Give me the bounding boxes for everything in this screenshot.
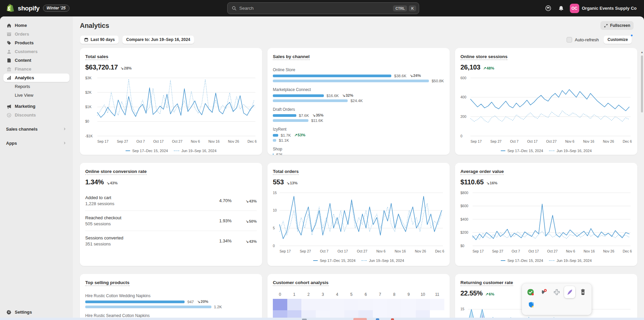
cohort-cell[interactable] (358, 299, 373, 310)
metric-row: 1.34%↘43% (85, 178, 257, 186)
delta-badge: ↘43% (106, 181, 117, 185)
sidebar-item-content[interactable]: Content (3, 56, 69, 64)
x-axis-labels: Sep 17Sep 27Oct 7Oct 17Oct 27Nov 6Nov 16… (280, 249, 444, 253)
card-title-sales-by-channel[interactable]: Sales by channel (273, 54, 310, 60)
bar-label: Marketplace Connect (273, 87, 444, 92)
search-input[interactable]: Search CTRL K (227, 2, 419, 14)
sidebar-item-customers[interactable]: Customers (3, 47, 69, 56)
tray-defender-shield-icon[interactable] (525, 299, 537, 311)
card-title-cohort[interactable]: Customer cohort analysis (273, 280, 329, 286)
cohort-cell[interactable] (430, 299, 444, 310)
metric-value: 1.34% (85, 178, 104, 186)
line-chart: $3K$2K$1K$0-$1K (85, 75, 257, 137)
shopify-logo[interactable]: shopify Winter '25 (6, 0, 69, 16)
sidebar-item-finance[interactable]: Finance (3, 65, 69, 73)
compare-to-button[interactable]: Compare to: Jun 19–Sep 16, 2024 (122, 35, 194, 44)
shortcut-k-key: K (409, 5, 416, 11)
taskbar-icon[interactable] (376, 318, 379, 320)
cohort-cell[interactable] (287, 299, 302, 310)
sidebar-section-sales-channels[interactable]: Sales channels (3, 125, 69, 133)
sidebar-item-discounts[interactable]: Discounts (3, 111, 69, 119)
tray-trash-icon[interactable] (577, 286, 588, 298)
taskbar-sliver[interactable] (0, 318, 644, 320)
taskbar-icon[interactable] (391, 318, 394, 320)
card-title-online-store-sessions[interactable]: Online store sessions (460, 54, 507, 60)
tray-clover-icon[interactable] (551, 286, 562, 298)
fullscreen-icon (604, 24, 608, 28)
bar-label: Hire Rustic Seamed Cotton Napkins (85, 313, 257, 318)
bar-group-izyrent: IzyRent$1.7K↗53%$1.1K (273, 127, 444, 142)
funnel-row-reached-checkout[interactable]: Reached checkout505 sessions1.93%↘50% (85, 211, 257, 231)
x-axis-tick: Oct 7 (512, 249, 520, 253)
sidebar-item-analytics[interactable]: Analytics (3, 74, 69, 82)
card-sales-by-channel: Sales by channelOnline Store$38.6K↘24%$5… (267, 48, 450, 155)
fullscreen-button[interactable]: Fullscreen (600, 21, 634, 30)
x-axis-labels: Sep 17Sep 27Oct 7Oct 17Oct 27Nov 6Nov 16… (97, 139, 257, 143)
card-title-average-order-value[interactable]: Average order value (460, 169, 504, 175)
card-conversion-rate: Online store conversion rate1.34%↘43%Add… (80, 163, 262, 266)
svg-text:15: 15 (273, 191, 277, 195)
cohort-cell[interactable] (316, 299, 330, 310)
auto-refresh-checkbox[interactable] (566, 37, 572, 43)
system-tray-popup (522, 283, 592, 315)
previous-period-bar (273, 99, 348, 102)
sidebar-item-live-view[interactable]: Live View (3, 91, 69, 99)
cohort-cell[interactable] (387, 299, 402, 310)
date-range-label: Last 90 days (91, 37, 115, 42)
legend-previous: Jun 19–Sep 16, 2024 (361, 259, 404, 263)
sidebar-item-reports[interactable]: Reports (3, 82, 69, 91)
date-range-button[interactable]: Last 90 days (80, 35, 119, 44)
sidebar-item-products[interactable]: Products (3, 39, 69, 47)
content-icon (6, 58, 12, 63)
x-axis-tick: Nov 16 (583, 139, 594, 143)
sidebar-item-marketing[interactable]: Marketing (3, 102, 69, 110)
cohort-cell[interactable] (273, 299, 287, 310)
notifications-bell-icon[interactable] (556, 3, 566, 14)
funnel-row-sessions-converted[interactable]: Sessions converted351 sessions1.34%↘43% (85, 231, 257, 251)
cohort-cell[interactable] (416, 299, 430, 310)
legend-current: Sep 17–Dec 15, 2024 (501, 259, 543, 263)
card-title-total-orders[interactable]: Total orders (273, 169, 299, 175)
search-icon (232, 6, 237, 11)
card-total-orders: Total orders553↘13%151050Sep 17Sep 27Oct… (267, 163, 450, 266)
tray-green-check-icon[interactable] (525, 286, 536, 298)
account-menu[interactable]: OC Organic Events Supply Co (568, 3, 639, 14)
sidebar-section-apps[interactable]: Apps (3, 139, 69, 147)
x-axis-tick: Sep 17 (470, 139, 482, 143)
tray-vpn-error-icon[interactable] (538, 286, 549, 298)
card-title-conversion-rate[interactable]: Online store conversion rate (85, 169, 147, 175)
cohort-cell[interactable] (401, 299, 416, 310)
taskbar-icon[interactable] (353, 318, 367, 320)
sidebar-item-orders[interactable]: Orders (3, 30, 69, 38)
card-title-total-sales[interactable]: Total sales (85, 54, 108, 60)
x-axis-tick: Oct 17 (527, 139, 538, 143)
x-axis-tick: Sep 17 (280, 249, 291, 253)
auto-refresh-toggle[interactable]: Auto-refresh (566, 37, 599, 43)
card-title-top-products[interactable]: Top selling products (85, 280, 130, 286)
cohort-cell[interactable] (330, 299, 344, 310)
previous-period-line (280, 203, 442, 235)
tray-feather-icon[interactable] (564, 286, 575, 298)
cohort-cell[interactable] (373, 299, 387, 310)
page-scrollbar[interactable]: ▲ (640, 50, 644, 317)
release-badge[interactable]: Winter '25 (43, 5, 69, 12)
main-content: Analytics Fullscreen Last 90 days Compar… (73, 16, 644, 320)
bar-label: Online Store (273, 67, 444, 72)
x-axis-tick: Dec 6 (248, 139, 257, 143)
scrollbar-up-arrow[interactable]: ▲ (641, 51, 643, 54)
sidebar-item-settings[interactable]: Settings (3, 308, 69, 316)
scrollbar-thumb[interactable] (641, 55, 643, 112)
current-period-bar (273, 94, 324, 97)
card-title-returning-rate[interactable]: Returning customer rate (460, 280, 513, 286)
funnel-row-added-to-cart[interactable]: Added to cart1,228 sessions4.70%↘43% (85, 191, 257, 211)
sidebar-item-home[interactable]: Home (3, 21, 69, 30)
card-cohort: Customer cohort analysis01234567891011 (267, 274, 450, 320)
chart-legend: Sep 17–Dec 15, 2024Jun 19–Sep 16, 2024 (460, 149, 632, 153)
cohort-cell[interactable] (344, 299, 359, 310)
taskbar-icon[interactable] (302, 319, 307, 320)
x-axis-tick: Sep 27 (490, 139, 501, 143)
cohort-cell[interactable] (301, 299, 316, 310)
customize-button[interactable]: Customize (603, 35, 632, 44)
assistant-icon[interactable] (543, 3, 554, 14)
cohort-column-label: 8 (387, 292, 402, 297)
